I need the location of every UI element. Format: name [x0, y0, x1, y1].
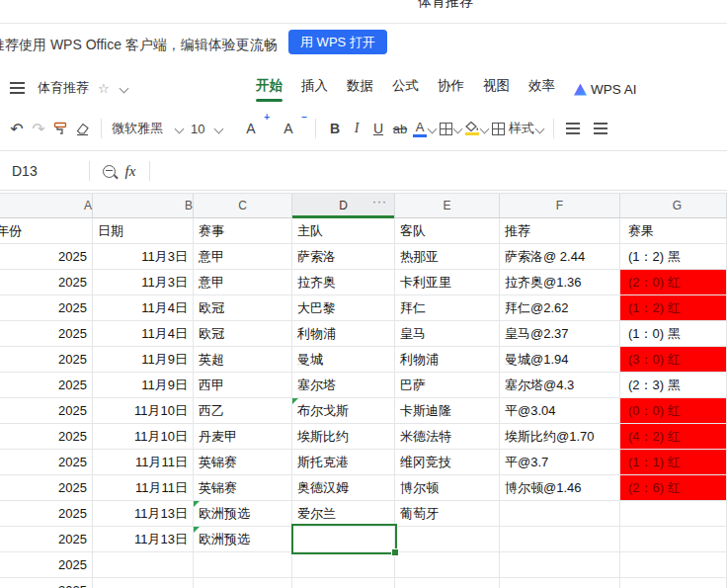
zoom-out-button[interactable]	[98, 158, 120, 184]
cell[interactable]: 平@3.7	[500, 450, 620, 475]
font-name-select[interactable]: 微软雅黑	[112, 120, 183, 137]
cell[interactable]: 11月13日	[93, 527, 194, 552]
formula-input[interactable]	[158, 151, 727, 191]
decrease-font-button[interactable]: A−	[278, 116, 299, 141]
cell[interactable]: 拜仁	[395, 295, 500, 321]
cell[interactable]	[395, 578, 500, 588]
increase-font-button[interactable]: A+	[240, 116, 262, 141]
tab-home[interactable]: 开始	[256, 77, 283, 102]
cell[interactable]: 斯托克港	[292, 450, 395, 475]
cell[interactable]: 埃斯比约@1.70	[500, 424, 620, 450]
cell[interactable]: 热那亚	[395, 244, 500, 270]
cell[interactable]: 2025	[0, 424, 93, 450]
cell[interactable]: (1：2) 黑	[620, 244, 727, 270]
cell[interactable]: 皇马@2.37	[500, 321, 620, 347]
result-cell-red[interactable]: (3：0) 红	[620, 347, 727, 373]
cell[interactable]: 2025	[0, 501, 93, 527]
cell[interactable]: 2025	[0, 373, 93, 398]
tab-efficiency[interactable]: 效率	[528, 77, 555, 102]
cell[interactable]: 2025	[0, 244, 93, 270]
borders-button[interactable]	[440, 116, 461, 141]
align-left-button[interactable]	[562, 116, 584, 141]
cell[interactable]: 丹麦甲	[194, 424, 292, 450]
tab-data[interactable]: 数据	[347, 77, 373, 102]
cell[interactable]: 葡萄牙	[395, 501, 500, 527]
cell[interactable]: 2025	[0, 295, 93, 321]
chevron-down-icon[interactable]	[119, 83, 128, 93]
selection-box[interactable]	[291, 524, 397, 554]
column-header-c[interactable]: C	[194, 194, 292, 218]
cell[interactable]: 客队	[395, 218, 500, 244]
cell[interactable]: 曼城	[292, 347, 395, 373]
strikethrough-button[interactable]: ab	[389, 116, 411, 141]
cell[interactable]: 巴萨	[395, 373, 500, 398]
cell[interactable]: 博尔顿	[395, 475, 500, 501]
open-in-wps-button[interactable]: 用 WPS 打开	[288, 30, 387, 54]
cell[interactable]: 萨索洛	[292, 244, 395, 270]
cell[interactable]	[292, 578, 395, 588]
font-color-button[interactable]: A	[413, 116, 436, 141]
cell[interactable]: 奥德汉姆	[292, 475, 395, 501]
column-header-g[interactable]: G	[620, 194, 727, 218]
column-header-f[interactable]: F	[500, 194, 620, 218]
cell[interactable]: 拉齐奥@1.36	[500, 270, 620, 295]
cell[interactable]: 英锦赛	[194, 450, 292, 475]
cell-style-button[interactable]: 样式	[492, 116, 543, 141]
eraser-button[interactable]	[71, 116, 93, 141]
undo-button[interactable]: ↶	[6, 116, 28, 141]
column-header-b[interactable]: B	[93, 194, 194, 218]
cell[interactable]: 11月11日	[93, 475, 194, 501]
cell[interactable]: 2025	[0, 578, 93, 588]
result-cell-red[interactable]: (0：0) 红	[620, 398, 727, 424]
cell[interactable]: 2025	[0, 475, 93, 501]
cell[interactable]: 英超	[194, 347, 292, 373]
cell[interactable]	[620, 501, 727, 527]
column-header-e[interactable]: E	[395, 194, 500, 218]
cell[interactable]: 布尔戈斯	[292, 398, 395, 424]
cell[interactable]: 卡斯迪隆	[395, 398, 500, 424]
cell[interactable]: 11月11日	[93, 450, 194, 475]
cell[interactable]: 欧冠	[194, 295, 292, 321]
fill-handle[interactable]	[391, 548, 399, 556]
cell[interactable]	[194, 552, 292, 578]
cell[interactable]	[194, 578, 292, 588]
cell[interactable]	[93, 552, 194, 578]
cell[interactable]: 年份	[0, 218, 93, 244]
result-cell-red[interactable]: (4：2) 红	[620, 424, 727, 450]
format-painter-button[interactable]	[49, 116, 71, 141]
cell[interactable]	[500, 527, 620, 552]
cell[interactable]: 11月3日	[93, 244, 194, 270]
cell[interactable]	[620, 578, 727, 588]
cell[interactable]	[395, 552, 500, 578]
cell[interactable]: 2025	[0, 450, 93, 475]
cell[interactable]: 主队	[292, 218, 395, 244]
cell[interactable]: 赛果	[620, 218, 727, 244]
cell[interactable]: 11月3日	[93, 270, 194, 295]
column-header-a[interactable]: A	[0, 194, 93, 218]
cell[interactable]: 拉齐奥	[292, 270, 395, 295]
redo-button[interactable]: ↷	[28, 116, 49, 141]
cell[interactable]	[292, 552, 395, 578]
cell[interactable]: 大巴黎	[292, 295, 395, 321]
fill-color-button[interactable]	[465, 116, 488, 141]
hamburger-icon[interactable]	[10, 87, 25, 89]
italic-button[interactable]: I	[346, 116, 367, 141]
tab-collaborate[interactable]: 协作	[438, 77, 464, 102]
cell[interactable]	[395, 527, 500, 552]
cell[interactable]: 欧洲预选	[194, 527, 292, 552]
cell[interactable]: 维冈竞技	[395, 450, 500, 475]
cell[interactable]: 2025	[0, 270, 93, 295]
cell[interactable]: 西乙	[194, 398, 292, 424]
cell[interactable]: 2025	[0, 527, 93, 552]
cell[interactable]: 萨索洛@ 2.44	[500, 244, 620, 270]
cell[interactable]: 拜仁@2.62	[500, 295, 620, 321]
cell[interactable]: 2025	[0, 552, 93, 578]
result-cell-red[interactable]: (1：2) 红	[620, 295, 727, 321]
cell[interactable]: 米德法特	[395, 424, 500, 450]
cell[interactable]: 11月9日	[93, 373, 194, 398]
cell[interactable]: (1：0) 黑	[620, 321, 727, 347]
cell[interactable]: 卡利亚里	[395, 270, 500, 295]
underline-button[interactable]: U	[367, 116, 389, 141]
cell[interactable]: 意甲	[194, 270, 292, 295]
cell[interactable]: 平@3.04	[500, 398, 620, 424]
